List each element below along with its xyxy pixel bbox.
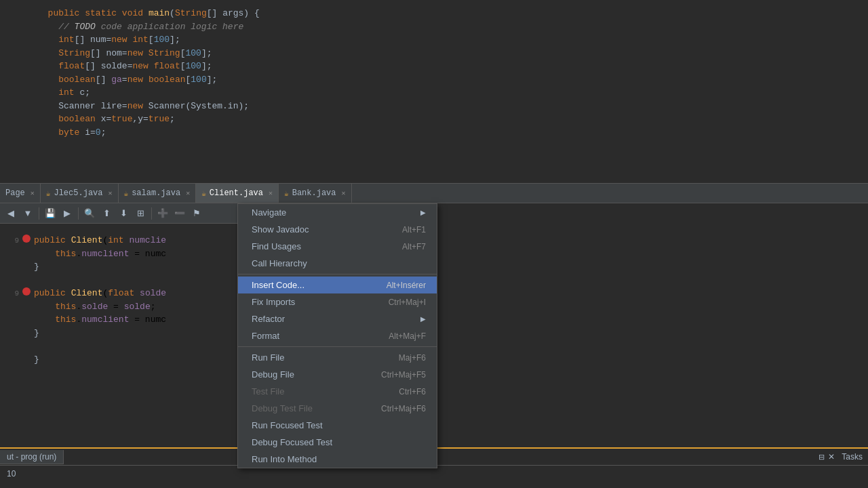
right-editor-area: [437, 224, 868, 447]
code-line-constructor2: 9 public Client(float solde: [0, 287, 237, 300]
toolbar-remove-btn[interactable]: ➖: [172, 206, 187, 221]
code-line-empty2: [0, 340, 237, 353]
tab-page-close[interactable]: ✕: [31, 189, 35, 197]
tasks-close-icon[interactable]: ✕: [828, 452, 835, 462]
menu-item-debug-file[interactable]: Debug File Ctrl+Maj+F5: [238, 366, 437, 383]
menu-javadoc-shortcut: Alt+F1: [402, 225, 426, 235]
code-line: boolean[] ga=new boolean[100];: [0, 73, 868, 87]
code-line-brace3: }: [0, 353, 237, 367]
toolbar-run-btn[interactable]: ▶: [60, 206, 75, 221]
menu-item-refactor[interactable]: Refactor ▶: [238, 310, 437, 327]
tab-client-close[interactable]: ✕: [269, 189, 273, 197]
tasks-filter-icon: ⊟: [818, 453, 825, 462]
code-line-brace2: }: [0, 327, 237, 340]
menu-separator-2: [238, 346, 437, 347]
menu-item-debug-focused-test[interactable]: Debug Focused Test: [238, 434, 437, 451]
menu-run-file-shortcut: Maj+F6: [399, 353, 426, 363]
toolbar-code-btn[interactable]: ⊞: [133, 206, 148, 221]
menu-find-usages-shortcut: Alt+F7: [402, 242, 426, 251]
toolbar-add-btn[interactable]: ➕: [155, 206, 170, 221]
tab-jlec5-close[interactable]: ✕: [108, 189, 112, 197]
code-line: float[] solde=new float[100];: [0, 60, 868, 73]
code-line: boolean x=true,y=true;: [0, 113, 868, 126]
tab-client[interactable]: ☕ Client.java ✕: [196, 184, 279, 203]
tab-client-icon: ☕: [201, 189, 206, 198]
toolbar-sep1: [39, 207, 39, 220]
menu-fix-imports-label: Fix Imports: [252, 297, 295, 307]
menu-debug-test-file-label: Debug Test File: [252, 403, 313, 413]
menu-separator-1: [238, 274, 437, 274]
tasks-panel-header: ⊟ ✕ Tasks: [813, 452, 868, 462]
menu-format-label: Format: [252, 331, 279, 341]
menu-insert-code-shortcut: Alt+Insérer: [387, 281, 426, 290]
code-line-this1: this.numclient = numc: [0, 247, 237, 261]
menu-test-file-shortcut: Ctrl+F6: [399, 387, 426, 396]
tab-salam[interactable]: ☕ salam.java ✕: [119, 184, 197, 203]
toolbar-nav-btn2[interactable]: ⬇: [116, 206, 131, 221]
menu-run-into-method-label: Run Into Method: [252, 454, 317, 464]
menu-item-run-focused-test[interactable]: Run Focused Test: [238, 417, 437, 434]
toolbar-flag-btn[interactable]: ⚑: [189, 206, 204, 221]
tab-bank-label: Bank.java: [292, 188, 336, 198]
code-line-empty1: [0, 274, 237, 287]
code-line: int c;: [0, 86, 868, 100]
editor-top: public static void main(String[] args) {…: [0, 0, 868, 183]
tab-salam-close[interactable]: ✕: [186, 189, 190, 197]
tab-page[interactable]: Page ✕: [0, 184, 41, 203]
bottom-tab-run[interactable]: ut - prog (run): [0, 450, 64, 464]
code-line: Scanner lire=new Scanner(System.in);: [0, 100, 868, 113]
tab-bank-close[interactable]: ✕: [342, 189, 346, 197]
tab-bank-icon: ☕: [284, 189, 289, 198]
tab-jlec5-label: Jlec5.java: [54, 188, 102, 198]
menu-debug-file-shortcut: Ctrl+Maj+F5: [381, 370, 426, 380]
menu-item-format[interactable]: Format Alt+Maj+F: [238, 327, 437, 344]
menu-debug-file-label: Debug File: [252, 369, 294, 380]
refactor-arrow-icon: ▶: [420, 315, 426, 323]
tab-bar: Page ✕ ☕ Jlec5.java ✕ ☕ salam.java ✕ ☕ C…: [0, 183, 868, 203]
code-line: int[] num=new int[100];: [0, 33, 868, 47]
menu-item-fix-imports[interactable]: Fix Imports Ctrl+Maj+I: [238, 293, 437, 310]
menu-item-find-usages[interactable]: Find Usages Alt+F7: [238, 238, 437, 255]
navigate-arrow-icon: ▶: [420, 209, 426, 216]
toolbar-save-btn[interactable]: 💾: [43, 206, 58, 221]
menu-debug-focused-test-label: Debug Focused Test: [252, 437, 332, 447]
tab-page-label: Page: [5, 188, 25, 198]
tab-salam-label: salam.java: [132, 188, 180, 198]
menu-item-test-file: Test File Ctrl+F6: [238, 383, 437, 400]
menu-item-run-file[interactable]: Run File Maj+F6: [238, 349, 437, 366]
toolbar-search-btn[interactable]: 🔍: [82, 206, 97, 221]
menu-test-file-label: Test File: [252, 386, 284, 396]
menu-item-navigate[interactable]: Navigate ▶: [238, 204, 437, 221]
bottom-tab-run-label: ut - prog (run): [7, 452, 56, 462]
menu-insert-code-label: Insert Code...: [252, 280, 304, 290]
menu-refactor-label: Refactor: [252, 314, 285, 324]
toolbar-back-btn[interactable]: ◀: [3, 206, 18, 221]
menu-debug-test-file-shortcut: Ctrl+Maj+F6: [381, 404, 426, 413]
toolbar-nav-btn1[interactable]: ⬆: [99, 206, 114, 221]
code-line: // TODO code application logic here: [0, 20, 868, 34]
tab-salam-icon: ☕: [124, 189, 129, 198]
menu-item-debug-test-file: Debug Test File Ctrl+Maj+F6: [238, 400, 437, 417]
tab-client-label: Client.java: [210, 188, 263, 198]
code-line-constructor1: 9 public Client(int numclie: [0, 234, 237, 247]
context-menu: Navigate ▶ Show Javadoc Alt+F1 Find Usag…: [237, 203, 437, 468]
menu-item-run-into-method[interactable]: Run Into Method: [238, 451, 437, 468]
menu-javadoc-label: Show Javadoc: [252, 224, 309, 235]
menu-navigate-label: Navigate: [252, 207, 286, 218]
toolbar-dropdown-btn[interactable]: ▼: [20, 206, 35, 221]
code-line: byte i=0;: [0, 126, 868, 140]
tab-jlec5[interactable]: ☕ Jlec5.java ✕: [41, 184, 119, 203]
toolbar-sep2: [78, 207, 79, 220]
tab-bank[interactable]: ☕ Bank.java ✕: [279, 184, 351, 203]
menu-item-javadoc[interactable]: Show Javadoc Alt+F1: [238, 221, 437, 238]
code-line: String[] nom=new String[100];: [0, 47, 868, 60]
tab-jlec5-icon: ☕: [46, 189, 51, 198]
menu-item-insert-code[interactable]: Insert Code... Alt+Insérer: [238, 277, 437, 293]
menu-item-call-hierarchy[interactable]: Call Hierarchy: [238, 255, 437, 272]
menu-find-usages-label: Find Usages: [252, 241, 301, 251]
code-line-brace1: }: [0, 260, 237, 274]
breakpoint-icon: [22, 235, 31, 243]
menu-run-focused-test-label: Run Focused Test: [252, 420, 323, 430]
menu-fix-imports-shortcut: Ctrl+Maj+I: [389, 298, 426, 307]
code-line-this2: this.solde = solde;: [0, 300, 237, 314]
